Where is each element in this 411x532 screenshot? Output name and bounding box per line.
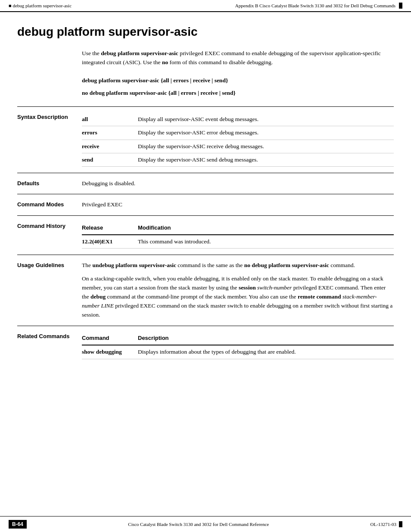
related-commands-content: Command Description show debugging Displ… xyxy=(82,332,394,359)
def-receive: Display the supervisor-ASIC receive debu… xyxy=(138,140,394,153)
syntax-lines: debug platform supervisor-asic {all | er… xyxy=(82,76,394,98)
related-tbody: show debugging Displays information abou… xyxy=(82,345,394,359)
command-history-label: Command History xyxy=(17,222,82,229)
header-left: ■ debug platform supervisor-asic xyxy=(9,3,72,8)
command-history-section: Command History Release Modification 12.… xyxy=(17,215,394,255)
syntax-cmd1: debug platform supervisor-asic {all | er… xyxy=(82,76,394,85)
table-row: receive Display the supervisor-ASIC rece… xyxy=(82,140,394,153)
term-receive: receive xyxy=(82,140,138,153)
related-header-row: Command Description xyxy=(82,332,394,345)
related-command-desc: Displays information about the types of … xyxy=(138,345,394,359)
syntax-table: all Display all supervisor-ASIC event de… xyxy=(82,113,394,167)
history-release: 12.2(40)EX1 xyxy=(82,235,138,249)
syntax-description-section: Syntax Description all Display all super… xyxy=(17,106,394,173)
command-modes-label: Command Modes xyxy=(17,200,82,208)
syntax-table-body: all Display all supervisor-ASIC event de… xyxy=(82,113,394,167)
history-modification: This command was introduced. xyxy=(138,235,394,249)
history-thead: Release Modification xyxy=(82,222,394,235)
page-title: debug platform supervisor-asic xyxy=(17,25,394,39)
table-row: show debugging Displays information abou… xyxy=(82,345,394,359)
history-col-modification: Modification xyxy=(138,222,394,235)
footer-doc-number: OL-13271-03 xyxy=(370,521,402,527)
table-row: all Display all supervisor-ASIC event de… xyxy=(82,113,394,126)
defaults-text: Debugging is disabled. xyxy=(82,180,135,187)
intro-block: Use the debug platform supervisor-asic p… xyxy=(82,49,394,67)
related-table: Command Description show debugging Displ… xyxy=(82,332,394,359)
defaults-label: Defaults xyxy=(17,179,82,187)
table-row: 12.2(40)EX1 This command was introduced. xyxy=(82,235,394,249)
related-col-command: Command xyxy=(82,332,138,345)
def-send: Display the supervisor-ASIC send debug m… xyxy=(138,153,394,166)
history-col-release: Release xyxy=(82,222,138,235)
term-errors: errors xyxy=(82,126,138,140)
related-command-name: show debugging xyxy=(82,345,138,359)
footer-page-number: B-64 xyxy=(9,520,27,529)
defaults-content: Debugging is disabled. xyxy=(82,179,394,188)
header-right: Appendix B Cisco Catalyst Blade Switch 3… xyxy=(235,3,402,9)
def-all: Display all supervisor-ASIC event debug … xyxy=(138,113,394,126)
command-modes-text: Privileged EXEC xyxy=(82,201,122,208)
history-table: Release Modification 12.2(40)EX1 This co… xyxy=(82,222,394,249)
footer-doc-title: Cisco Catalyst Blade Switch 3130 and 303… xyxy=(128,522,269,527)
usage-guidelines-section: Usage Guidelines The undebug platform su… xyxy=(17,255,394,326)
command-modes-content: Privileged EXEC xyxy=(82,200,394,209)
term-all: all xyxy=(82,113,138,126)
usage-para-2: On a stacking-capable switch, when you e… xyxy=(82,274,394,320)
syntax-description-content: all Display all supervisor-ASIC event de… xyxy=(82,113,394,167)
usage-guidelines-content: The undebug platform supervisor-asic com… xyxy=(82,261,394,320)
syntax-description-label: Syntax Description xyxy=(17,113,82,120)
intro-text: Use the debug platform supervisor-asic p… xyxy=(82,49,394,67)
term-send: send xyxy=(82,153,138,166)
table-row: errors Display the supervisor-ASIC error… xyxy=(82,126,394,140)
related-col-desc: Description xyxy=(138,332,394,345)
related-thead: Command Description xyxy=(82,332,394,345)
syntax-cmd2: no debug platform supervisor-asic {all |… xyxy=(82,88,394,98)
usage-guidelines-label: Usage Guidelines xyxy=(17,261,82,268)
history-tbody: 12.2(40)EX1 This command was introduced. xyxy=(82,235,394,249)
history-header-row: Release Modification xyxy=(82,222,394,235)
related-commands-section: Related Commands Command Description sho… xyxy=(17,326,394,365)
table-row: send Display the supervisor-ASIC send de… xyxy=(82,153,394,166)
header-bar: ■ debug platform supervisor-asic Appendi… xyxy=(0,0,411,12)
related-commands-label: Related Commands xyxy=(17,332,82,339)
usage-para-1: The undebug platform supervisor-asic com… xyxy=(82,261,394,270)
main-content: debug platform supervisor-asic Use the d… xyxy=(0,12,411,383)
defaults-section: Defaults Debugging is disabled. xyxy=(17,173,394,194)
footer: B-64 Cisco Catalyst Blade Switch 3130 an… xyxy=(0,516,411,532)
command-history-content: Release Modification 12.2(40)EX1 This co… xyxy=(82,222,394,249)
command-modes-section: Command Modes Privileged EXEC xyxy=(17,194,394,215)
def-errors: Display the supervisor-ASIC error debug … xyxy=(138,126,394,140)
